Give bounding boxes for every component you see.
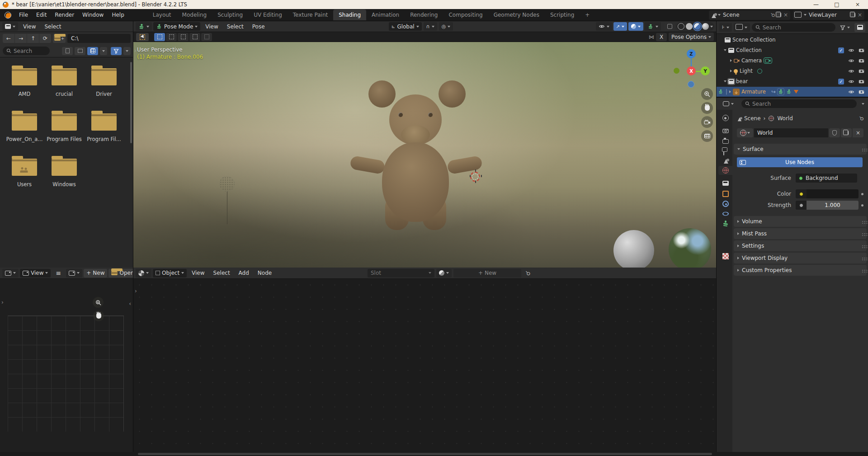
collection-checkbox[interactable]: ✓ (838, 47, 844, 53)
outliner-row-light[interactable]: Light (717, 66, 868, 76)
outliner-row-camera[interactable]: Camera (717, 56, 868, 66)
tab-geometry-nodes[interactable]: Geometry Nodes (488, 9, 545, 20)
new-scene-icon[interactable] (777, 13, 781, 17)
shader-menu-node[interactable]: Node (254, 268, 275, 277)
surface-panel-header[interactable]: Surface (734, 144, 867, 155)
expand-icon[interactable] (724, 80, 726, 82)
world-name-field[interactable]: World (754, 128, 828, 137)
browse-material-button[interactable] (436, 269, 452, 277)
zoom-button[interactable] (701, 88, 713, 100)
breadcrumb-world[interactable]: World (777, 115, 793, 122)
tab-animation[interactable]: Animation (366, 9, 405, 20)
drag-dots-icon[interactable] (862, 233, 863, 234)
file-browser-content[interactable]: AMD crucial Driver Power_On_a... Program… (0, 57, 133, 268)
image-zoom-button[interactable] (93, 297, 104, 308)
display-mode-vertical-list-button[interactable] (62, 47, 73, 55)
select-mode-extend-button[interactable] (166, 33, 177, 41)
shader-editor-canvas[interactable]: › (133, 279, 717, 452)
new-material-button[interactable]: + New (453, 269, 521, 277)
custom-properties-panel-header[interactable]: Custom Properties (734, 265, 867, 276)
region-collapse-arrow[interactable]: › (135, 288, 137, 294)
outliner-search-input[interactable]: Search (752, 23, 835, 32)
snapping-button[interactable]: ∩ (424, 22, 437, 31)
drag-dots-icon[interactable] (862, 270, 863, 271)
file-browser-type-button[interactable] (2, 22, 18, 31)
gizmo-axis-z[interactable]: Z (687, 49, 696, 58)
delete-view-layer-icon[interactable]: × (858, 12, 862, 18)
strength-socket-cell[interactable] (796, 201, 807, 210)
camera-view-button[interactable] (701, 116, 713, 128)
outliner-row-bear-collection[interactable]: bear ✓ (717, 76, 868, 86)
viewport-display-panel-header[interactable]: Viewport Display (734, 253, 867, 263)
color-swatch-field[interactable] (807, 189, 859, 198)
tab-bone[interactable] (718, 229, 732, 238)
filter-dropdown[interactable] (123, 47, 131, 55)
unlink-world-button[interactable]: × (853, 128, 863, 137)
pin-icon[interactable]: ⚲ (858, 115, 865, 122)
expand-icon[interactable] (730, 59, 732, 62)
render-preview-toggle[interactable] (664, 23, 675, 31)
display-mode-dropdown[interactable] (100, 47, 107, 55)
disable-render-camera-icon[interactable] (859, 48, 864, 52)
outliner-row-scene-collection[interactable]: Scene Collection (717, 35, 868, 45)
interaction-mode-dropdown[interactable]: Pose Mode (153, 22, 200, 31)
outliner-filter-button[interactable] (837, 23, 853, 32)
outliner-row-collection[interactable]: Collection ✓ (717, 45, 868, 55)
volume-panel-header[interactable]: Volume (734, 216, 867, 227)
tab-scene[interactable] (718, 156, 732, 165)
drag-dots-icon[interactable] (862, 258, 863, 259)
file-path-field[interactable]: C:\ (67, 34, 131, 43)
fake-user-button[interactable] (829, 128, 840, 137)
shader-type-dropdown[interactable]: Object (153, 269, 187, 277)
expand-icon[interactable] (729, 90, 731, 93)
outliner-filter-type-button[interactable] (734, 23, 750, 32)
gizmo-axis-z-negative[interactable] (688, 81, 694, 88)
tab-texture[interactable] (718, 252, 732, 261)
outliner-row-armature[interactable]: | ⚶ Armature ↪ (717, 87, 868, 97)
collection-checkbox[interactable]: ✓ (838, 79, 844, 85)
open-image-button[interactable]: Open (108, 269, 133, 277)
armature-data-icon[interactable] (786, 89, 791, 94)
image-editor-type-button[interactable] (2, 269, 19, 277)
folder-item-program-files-x86[interactable]: Program Fil... (84, 109, 124, 154)
drag-dots-icon[interactable] (862, 149, 863, 150)
forward-button[interactable]: → (15, 34, 27, 43)
file-browser-menu-select[interactable]: Select (41, 22, 65, 31)
menu-file[interactable]: File (15, 9, 32, 20)
image-menus-collapsed[interactable]: ≡ (52, 268, 65, 278)
scene-selector[interactable]: Scene ⚲ × (709, 10, 790, 20)
horizontal-scrollbar[interactable] (138, 453, 712, 455)
display-mode-horizontal-list-button[interactable] (75, 47, 85, 55)
use-nodes-button[interactable]: Use Nodes (737, 157, 863, 167)
close-button[interactable]: × (847, 0, 868, 9)
back-button[interactable]: ← (3, 34, 14, 43)
animate-dot-icon[interactable] (861, 204, 863, 207)
surface-value-dropdown[interactable]: Background (796, 174, 857, 183)
file-browser-menu-view[interactable]: View (19, 22, 39, 31)
tab-uv-editing[interactable]: UV Editing (248, 9, 288, 20)
file-search-input[interactable]: Search (3, 47, 50, 55)
drag-dots-ic on[interactable] (862, 221, 863, 222)
viewport-canvas[interactable]: User Perspective (1) Armature : Bone.006… (133, 42, 717, 268)
disable-render-camera-icon[interactable] (859, 69, 864, 73)
shading-wireframe-button[interactable] (678, 23, 684, 30)
menu-edit[interactable]: Edit (32, 9, 51, 20)
add-workspace-button[interactable]: + (580, 9, 595, 20)
tab-texture-paint[interactable]: Texture Paint (288, 9, 333, 20)
shading-material-preview-button[interactable] (694, 23, 701, 30)
image-editor-canvas[interactable]: › ‹ (0, 279, 133, 452)
tab-rendering[interactable]: Rendering (405, 9, 443, 20)
mist-pass-panel-header[interactable]: Mist Pass (734, 228, 867, 239)
active-tool-button[interactable] (136, 33, 149, 41)
tab-world[interactable] (718, 166, 732, 175)
hide-eye-icon[interactable] (848, 69, 854, 73)
filter-toggle-button[interactable] (111, 47, 122, 55)
gizmo-axis-x[interactable]: X (687, 66, 696, 75)
bone-circle-widget[interactable] (219, 176, 235, 192)
tab-object-data[interactable] (718, 219, 732, 228)
show-hide-dropdown[interactable] (596, 22, 612, 31)
select-mode-intersect-button[interactable] (201, 33, 212, 41)
expand-icon[interactable] (724, 49, 726, 51)
overlays-toggle[interactable] (628, 22, 643, 31)
color-socket-cell[interactable] (796, 189, 807, 198)
